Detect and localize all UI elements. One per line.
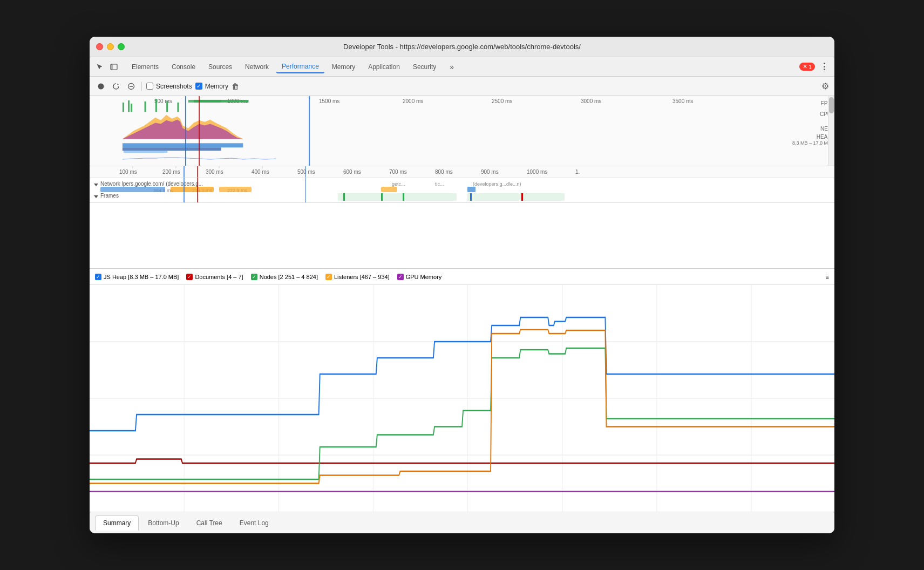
tab-summary[interactable]: Summary xyxy=(95,515,139,531)
minimize-button[interactable] xyxy=(107,43,114,50)
tab-memory[interactable]: Memory xyxy=(327,61,361,73)
nodes-check: ✓ xyxy=(251,274,257,280)
svg-text:(developers.g...dle...n): (developers.g...dle...n) xyxy=(473,181,521,187)
memory-label: Memory xyxy=(205,83,228,90)
screenshots-checkbox[interactable] xyxy=(146,83,153,90)
network-frames-row: Network lpers.google.com/ (developers.g.… xyxy=(90,178,834,203)
tab-event-log[interactable]: Event Log xyxy=(232,515,277,531)
memory-checkbox-checked[interactable]: ✓ xyxy=(195,83,202,90)
legend-options[interactable]: ≡ xyxy=(826,274,829,280)
screenshots-label: Screenshots xyxy=(156,83,192,90)
legend-nodes[interactable]: ✓ Nodes [2 251 – 4 824] xyxy=(251,274,318,280)
timeline-chart-svg xyxy=(90,96,802,166)
more-options-icon[interactable]: ⋮ xyxy=(818,61,830,73)
traffic-lights xyxy=(96,43,125,50)
svg-rect-55 xyxy=(467,193,565,201)
svg-point-2 xyxy=(98,83,104,89)
tab-call-tree[interactable]: Call Tree xyxy=(188,515,230,531)
svg-text:600 ms: 600 ms xyxy=(343,169,361,175)
svg-rect-46 xyxy=(219,187,252,192)
svg-marker-52 xyxy=(94,195,98,198)
tab-network[interactable]: Network xyxy=(240,61,274,73)
legend-js-heap[interactable]: ✓ JS Heap [8.3 MB – 17.0 MB] xyxy=(95,274,179,280)
svg-rect-10 xyxy=(166,101,168,112)
svg-rect-56 xyxy=(343,193,345,201)
screenshots-checkbox-label[interactable]: Screenshots xyxy=(146,83,192,90)
settings-icon[interactable]: ⚙ xyxy=(821,81,829,91)
svg-text:100 ms: 100 ms xyxy=(119,169,137,175)
cursor-icon[interactable] xyxy=(94,61,106,73)
window-title: Developer Tools - https://developers.goo… xyxy=(343,43,581,51)
tab-performance[interactable]: Performance xyxy=(276,60,324,73)
tab-bar-right: ✕ 1 ⋮ xyxy=(799,61,830,73)
separator xyxy=(141,82,142,91)
svg-rect-6 xyxy=(128,100,130,112)
svg-rect-5 xyxy=(123,103,124,112)
memory-checkbox-label[interactable]: ✓ Memory xyxy=(195,83,228,90)
legend-listeners[interactable]: ✓ Listeners [467 – 934] xyxy=(325,274,390,280)
svg-rect-57 xyxy=(381,193,383,201)
svg-text:1.: 1. xyxy=(575,169,580,175)
tab-elements[interactable]: Elements xyxy=(126,61,164,73)
js-heap-label: JS Heap [8.3 MB – 17.0 MB] xyxy=(104,274,179,280)
delete-button[interactable]: 🗑 xyxy=(232,82,239,91)
network-frames-svg: Network lpers.google.com/ (developers.g.… xyxy=(90,178,834,203)
svg-rect-47 xyxy=(381,187,397,192)
svg-text:Frames: Frames xyxy=(100,193,119,199)
svg-text:Network lpers.google.com/ (dev: Network lpers.google.com/ (developers.g.… xyxy=(100,181,203,187)
svg-rect-13 xyxy=(194,100,249,103)
legend-documents[interactable]: ✓ Documents [4 – 7] xyxy=(186,274,243,280)
svg-text:800 ms: 800 ms xyxy=(435,169,453,175)
svg-rect-45 xyxy=(171,187,214,192)
timeline-ruler-bottom: 100 ms 200 ms 300 ms 400 ms 500 ms 600 m… xyxy=(90,166,834,178)
documents-check: ✓ xyxy=(186,274,193,280)
svg-rect-1 xyxy=(111,64,113,70)
timeline-ruler-top: 500 ms 1000 ms 1500 ms 2000 ms 2500 ms 3… xyxy=(90,96,834,166)
legend-gpu-memory[interactable]: ✓ GPU Memory xyxy=(397,274,442,280)
svg-text:300 ms: 300 ms xyxy=(206,169,223,175)
close-button[interactable] xyxy=(96,43,103,50)
scrollbar-thumb[interactable] xyxy=(829,97,834,113)
timeline-section: 500 ms 1000 ms 1500 ms 2000 ms 2500 ms 3… xyxy=(90,96,834,269)
svg-rect-58 xyxy=(403,193,404,201)
js-heap-check: ✓ xyxy=(95,274,101,280)
more-tabs-icon[interactable]: » xyxy=(446,61,458,73)
svg-rect-9 xyxy=(155,99,157,112)
error-badge[interactable]: ✕ 1 xyxy=(799,63,815,71)
memory-chart-svg xyxy=(90,285,834,512)
documents-label: Documents [4 – 7] xyxy=(195,274,243,280)
tab-security[interactable]: Security xyxy=(407,61,441,73)
bottom-tabs: Summary Bottom-Up Call Tree Event Log xyxy=(90,512,834,533)
svg-rect-15 xyxy=(123,147,221,151)
svg-text:500 ms: 500 ms xyxy=(297,169,315,175)
svg-rect-44 xyxy=(100,187,165,192)
nodes-label: Nodes [2 251 – 4 824] xyxy=(260,274,318,280)
maximize-button[interactable] xyxy=(118,43,125,50)
svg-text:200 ms: 200 ms xyxy=(162,169,180,175)
error-icon: ✕ xyxy=(803,63,807,70)
svg-text:700 ms: 700 ms xyxy=(389,169,407,175)
tab-console[interactable]: Console xyxy=(166,61,201,73)
scrollbar-track[interactable] xyxy=(828,96,834,166)
svg-marker-39 xyxy=(94,184,98,186)
svg-rect-16 xyxy=(124,151,167,153)
tab-application[interactable]: Application xyxy=(363,61,405,73)
svg-rect-19 xyxy=(309,96,310,166)
title-bar: Developer Tools - https://developers.goo… xyxy=(90,37,834,57)
record-button[interactable] xyxy=(95,80,107,92)
error-count: 1 xyxy=(808,64,812,70)
svg-rect-59 xyxy=(470,193,472,201)
svg-rect-14 xyxy=(123,143,243,147)
gpu-label: GPU Memory xyxy=(406,274,442,280)
bottom-ruler-svg: 100 ms 200 ms 300 ms 400 ms 500 ms 600 m… xyxy=(90,166,834,178)
dock-icon[interactable] xyxy=(108,61,120,73)
clear-button[interactable] xyxy=(125,80,137,92)
performance-toolbar: Screenshots ✓ Memory 🗑 ⚙ xyxy=(90,77,834,96)
svg-rect-54 xyxy=(338,193,457,201)
reload-record-button[interactable] xyxy=(110,80,122,92)
listeners-label: Listeners [467 – 934] xyxy=(334,274,390,280)
tab-bar: Elements Console Sources Network Perform… xyxy=(90,57,834,77)
tab-bottom-up[interactable]: Bottom-Up xyxy=(140,515,187,531)
tab-sources[interactable]: Sources xyxy=(203,61,237,73)
svg-text:1000 ms: 1000 ms xyxy=(527,169,547,175)
